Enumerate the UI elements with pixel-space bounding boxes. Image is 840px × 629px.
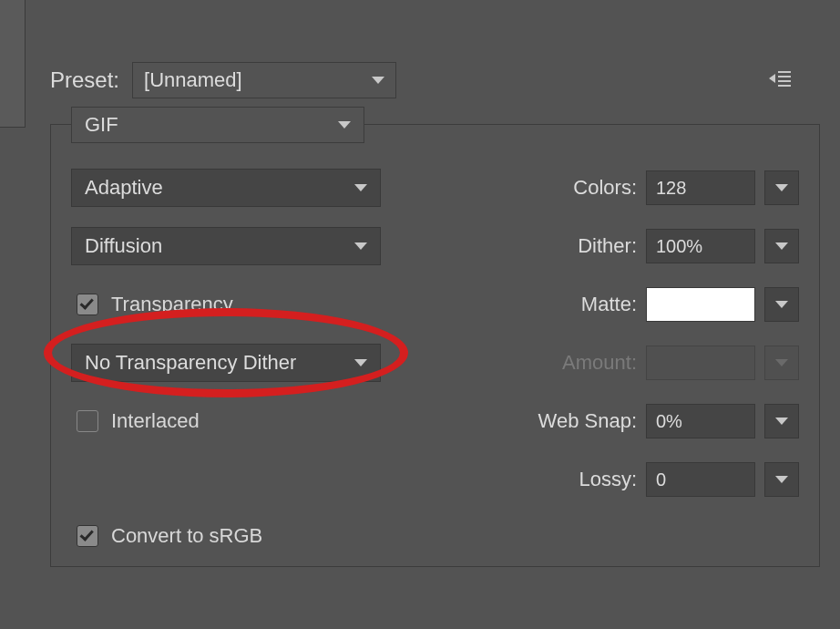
chevron-down-icon [775, 476, 788, 483]
chevron-down-icon [372, 77, 384, 84]
right-column: Colors: 128 Dither: 100% [432, 169, 799, 499]
websnap-value: 0% [656, 411, 682, 432]
lossy-input[interactable]: 0 [646, 462, 755, 497]
preset-row: Preset: [Unnamed] [50, 62, 820, 98]
chevron-down-icon [354, 242, 367, 250]
format-dropdown[interactable]: GIF [71, 107, 364, 143]
websnap-row: Web Snap: 0% [432, 402, 799, 440]
preset-dropdown[interactable]: [Unnamed] [132, 62, 396, 98]
dither-method-value: Diffusion [85, 234, 162, 258]
amount-input [646, 345, 755, 380]
checkmark-icon [80, 527, 94, 541]
dither-label: Dither: [578, 234, 637, 258]
lossy-stepper[interactable] [764, 462, 799, 497]
chevron-down-icon [775, 418, 788, 425]
color-reduction-dropdown[interactable]: Adaptive [71, 169, 381, 207]
settings-columns: Adaptive Diffusion Transparency No Trans… [71, 169, 799, 499]
interlaced-checkbox[interactable] [77, 410, 98, 432]
transparency-dither-dropdown[interactable]: No Transparency Dither [71, 344, 381, 382]
dither-value: 100% [656, 236, 702, 257]
transparency-checkbox[interactable] [77, 294, 98, 315]
chevron-down-icon [354, 359, 367, 366]
chevron-down-icon [338, 121, 351, 129]
convert-srgb-label: Convert to sRGB [111, 524, 262, 548]
preset-label: Preset: [50, 67, 119, 93]
colors-input[interactable]: 128 [646, 170, 755, 205]
lossy-label: Lossy: [579, 468, 637, 491]
convert-srgb-row: Convert to sRGB [71, 524, 799, 548]
dither-method-dropdown[interactable]: Diffusion [71, 227, 381, 265]
colors-label: Colors: [573, 176, 637, 200]
chevron-down-icon [775, 359, 788, 366]
websnap-stepper[interactable] [764, 404, 799, 438]
left-column: Adaptive Diffusion Transparency No Trans… [71, 169, 381, 499]
websnap-input[interactable]: 0% [646, 404, 755, 438]
menu-lines-icon [778, 71, 791, 87]
colors-stepper[interactable] [764, 170, 799, 205]
interlaced-label: Interlaced [111, 409, 200, 433]
format-group: GIF Adaptive Diffusion Transparency [50, 124, 820, 567]
left-panel-edge [0, 0, 26, 128]
matte-stepper[interactable] [764, 287, 799, 322]
checkmark-icon [80, 295, 94, 310]
triangle-icon [769, 74, 775, 83]
lossy-value: 0 [656, 469, 666, 490]
transparency-dither-value: No Transparency Dither [85, 351, 296, 375]
dither-row: Dither: 100% [432, 227, 799, 265]
chevron-down-icon [775, 242, 788, 250]
format-value: GIF [85, 113, 118, 137]
color-reduction-value: Adaptive [85, 176, 163, 200]
interlaced-row: Interlaced [71, 402, 381, 440]
chevron-down-icon [775, 184, 788, 191]
export-settings-panel: Preset: [Unnamed] GIF Adaptive Dif [50, 62, 820, 629]
transparency-label: Transparency [111, 293, 233, 316]
matte-swatch[interactable] [646, 287, 755, 322]
transparency-row: Transparency [71, 285, 381, 324]
amount-row: Amount: [432, 344, 799, 382]
chevron-down-icon [775, 301, 788, 308]
panel-menu-icon[interactable] [769, 69, 794, 88]
dither-input[interactable]: 100% [646, 229, 755, 263]
chevron-down-icon [354, 184, 367, 191]
colors-value: 128 [656, 178, 686, 199]
convert-srgb-checkbox[interactable] [77, 525, 98, 547]
matte-row: Matte: [432, 285, 799, 324]
colors-row: Colors: 128 [432, 169, 799, 207]
dither-stepper[interactable] [764, 229, 799, 263]
lossy-row: Lossy: 0 [432, 460, 799, 499]
matte-label: Matte: [581, 293, 637, 316]
preset-value: [Unnamed] [144, 68, 242, 92]
websnap-label: Web Snap: [538, 409, 637, 433]
amount-stepper [764, 345, 799, 380]
amount-label: Amount: [562, 351, 637, 375]
